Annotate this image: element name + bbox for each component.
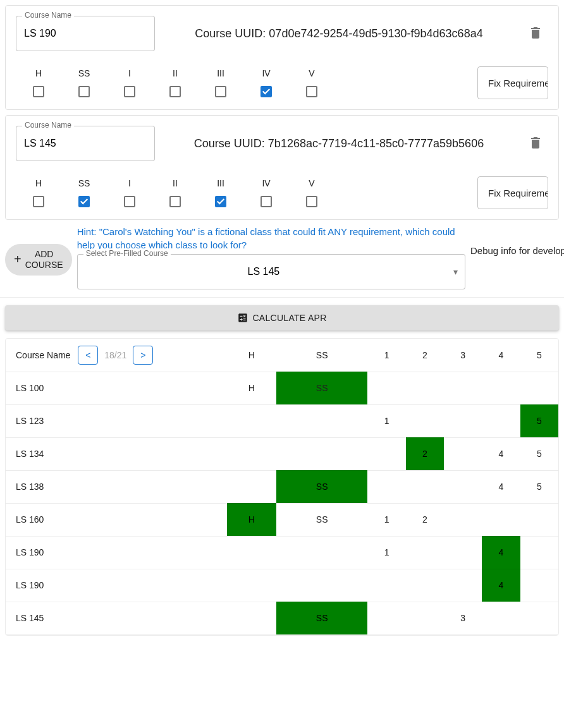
table-cell: [406, 536, 444, 569]
header-2: 2: [406, 339, 444, 372]
table-cell: [367, 437, 405, 470]
table-cell: [444, 470, 482, 503]
fix-requirements-button[interactable]: Fix Requirements ▾: [477, 176, 548, 209]
checkbox-ss[interactable]: [78, 196, 90, 207]
add-course-button[interactable]: + ADD COURSE: [5, 244, 72, 276]
delete-button[interactable]: [523, 20, 548, 47]
table-cell: [367, 372, 405, 404]
table-cell: [367, 602, 405, 634]
checkbox-v[interactable]: [306, 86, 317, 97]
cell-course-name: LS 134: [6, 437, 227, 470]
table-cell: 4: [482, 536, 520, 569]
table-cell: SS: [276, 470, 368, 503]
select-label: Select Pre-Filled Course: [83, 249, 171, 258]
checkbox-i[interactable]: [124, 196, 135, 207]
table-cell: [482, 503, 520, 536]
checkbox-ss[interactable]: [78, 86, 90, 97]
table-cell: [520, 503, 558, 536]
header-3: 3: [444, 339, 482, 372]
table-cell: [444, 404, 482, 437]
calculate-icon: [237, 312, 248, 324]
pager-prev-button[interactable]: <: [78, 346, 98, 365]
header-4: 4: [482, 339, 520, 372]
table-row: LS 160HSS12: [6, 503, 558, 536]
prefilled-course-select[interactable]: Select Pre-Filled Course ▾: [77, 254, 465, 289]
checkbox-i[interactable]: [124, 86, 135, 97]
dropdown-arrow-icon: ▾: [453, 267, 458, 277]
header-1: 1: [367, 339, 405, 372]
table-cell: 3: [444, 602, 482, 634]
table-cell: [482, 404, 520, 437]
checkbox-v[interactable]: [306, 196, 317, 207]
table-cell: [444, 437, 482, 470]
table-row: LS 12315: [6, 404, 558, 437]
course-name-input[interactable]: [16, 16, 155, 51]
table-row: LS 145SS3: [6, 602, 558, 634]
table-cell: [227, 536, 276, 569]
cell-course-name: LS 100: [6, 372, 227, 404]
header-course-name: Course Name: [16, 350, 70, 360]
table-cell: [520, 536, 558, 569]
table-cell: [367, 569, 405, 602]
table-cell: H: [227, 372, 276, 404]
calculate-apr-button[interactable]: CALCULATE APR: [5, 305, 559, 331]
course-name-label: Course Name: [22, 11, 74, 20]
plus-icon: +: [14, 252, 21, 267]
calculate-label: CALCULATE APR: [252, 313, 326, 323]
table-cell: [444, 372, 482, 404]
checkbox-h[interactable]: [33, 86, 44, 97]
checkbox-iii[interactable]: [215, 86, 226, 97]
table-cell: 5: [520, 437, 558, 470]
table-row: LS 134245: [6, 437, 558, 470]
results-table: Course Name < 18/21 > H SS 1 2 3 4 5 LS …: [5, 338, 559, 636]
table-cell: 4: [482, 569, 520, 602]
table-cell: [406, 372, 444, 404]
table-cell: 2: [406, 437, 444, 470]
course-name-label: Course Name: [22, 121, 74, 130]
course-card: Course Name Course UUID: 07d0e742-9254-4…: [5, 5, 559, 110]
table-cell: 5: [520, 470, 558, 503]
cell-course-name: LS 190: [6, 569, 227, 602]
table-cell: [276, 569, 368, 602]
table-cell: 1: [367, 404, 405, 437]
table-cell: [482, 372, 520, 404]
fix-requirements-button[interactable]: Fix Requirements ▾: [477, 66, 548, 99]
table-cell: [406, 404, 444, 437]
checkbox-ii[interactable]: [169, 86, 181, 97]
table-cell: [227, 569, 276, 602]
table-cell: 4: [482, 470, 520, 503]
table-row: LS 19014: [6, 536, 558, 569]
table-row: LS 138SS45: [6, 470, 558, 503]
table-cell: [520, 372, 558, 404]
table-cell: SS: [276, 372, 368, 404]
table-row: LS 1904: [6, 569, 558, 602]
table-header-row: Course Name < 18/21 > H SS 1 2 3 4 5: [6, 339, 558, 372]
cell-course-name: LS 190: [6, 536, 227, 569]
pager-next-button[interactable]: >: [133, 346, 153, 365]
table-cell: SS: [276, 602, 368, 634]
checkbox-iv[interactable]: [261, 196, 272, 207]
checkbox-h[interactable]: [33, 196, 44, 207]
cell-course-name: LS 160: [6, 503, 227, 536]
course-uuid: Course UUID: 7b1268ac-7719-4c11-85c0-777…: [155, 137, 523, 150]
cell-course-name: LS 123: [6, 404, 227, 437]
select-value[interactable]: [77, 254, 465, 289]
checkbox-iii[interactable]: [215, 196, 226, 207]
requirement-checkboxes: H SS I II III IV V Fix Requirements ▾: [16, 66, 548, 99]
checkbox-iv[interactable]: [261, 86, 272, 97]
course-name-input[interactable]: [16, 126, 155, 161]
table-cell: [482, 602, 520, 634]
table-cell: 2: [406, 503, 444, 536]
table-cell: SS: [276, 503, 368, 536]
course-uuid: Course UUID: 07d0e742-9254-49d5-9130-f9b…: [155, 27, 523, 40]
header-h: H: [227, 339, 276, 372]
course-name-field: Course Name: [16, 126, 155, 161]
table-cell: [227, 470, 276, 503]
table-cell: 1: [367, 536, 405, 569]
add-course-label: ADD COURSE: [25, 249, 63, 270]
trash-icon: [528, 135, 543, 150]
delete-button[interactable]: [523, 130, 548, 157]
debug-info: Debug info for developers: ls145: [470, 244, 559, 257]
checkbox-ii[interactable]: [169, 196, 181, 207]
requirement-checkboxes: H SS I II III IV V Fix Requirements ▾: [16, 176, 548, 209]
